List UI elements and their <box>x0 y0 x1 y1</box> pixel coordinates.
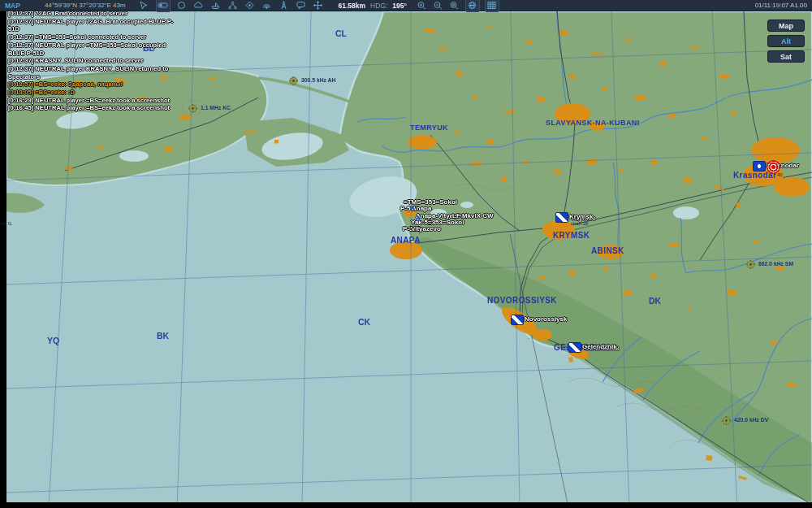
signal-icon[interactable] <box>261 1 273 11</box>
heading-value: 195° <box>392 2 407 10</box>
chat-message: [0:12:37] =TMS=353=Sokol connected to se… <box>8 33 180 41</box>
airfield-label: Krymsk <box>569 213 593 220</box>
map-layer-button-map[interactable]: Map <box>767 20 805 32</box>
grid-square-label: YQ <box>47 336 59 345</box>
top-toolbar: MAP 44°59'39"N 37°20'32"E 43m 61.58km HD… <box>0 0 812 11</box>
beacon-frequency-label: 420.0 kHz DV <box>734 417 768 423</box>
grid-square-label: CL <box>335 28 347 38</box>
antenna-icon[interactable] <box>279 1 290 11</box>
ruler-distance: 61.58km <box>339 2 366 10</box>
city-label: ANAPA <box>391 236 421 245</box>
zoom-box-icon[interactable] <box>449 1 460 11</box>
mission-clock: 01/11:19:07 A1.00 <box>755 2 807 9</box>
airfield-icon-krasnodar[interactable] <box>753 161 766 172</box>
globe-icon[interactable] <box>465 0 480 12</box>
beacon-frequency-label: 1.1 MHz KC <box>201 105 231 111</box>
zoom-in-icon[interactable] <box>417 1 428 11</box>
weather-icon[interactable] <box>193 1 205 11</box>
city-label: SLAVYANSK-NA-KUBANI <box>546 119 640 127</box>
airfield-icon-krymsk[interactable] <box>555 212 568 223</box>
waypoint-icon[interactable] <box>244 1 256 11</box>
beacon-icon <box>721 415 732 425</box>
edge-cut-label: Hz IL <box>1 221 12 226</box>
airfield-label: Novorossiysk <box>525 315 567 323</box>
map-layer-button-sat[interactable]: Sat <box>767 50 805 63</box>
beacon-frequency-label: 662.0 kHz SM <box>758 261 793 267</box>
city-label: NOVOROSSIYSK <box>487 296 557 305</box>
map-layer-button-alt[interactable]: Alt <box>767 35 805 47</box>
cursor-coordinates: 44°59'39"N 37°20'32"E 43m <box>45 2 126 9</box>
grid-square-label: BK <box>157 331 169 341</box>
city-label: KRYMSK <box>553 231 590 240</box>
bullseye-distance-label: 40 <box>777 172 783 177</box>
airfield-sub-label: chan 28 <box>571 221 588 226</box>
beacon-icon <box>288 75 299 85</box>
chat-message: [0:16:45] NEUTRAL player =BS=eekz took a… <box>8 104 180 112</box>
zoom-out-icon[interactable] <box>433 1 444 11</box>
dcs-f10-map-screen: MAP 44°59'39"N 37°20'32"E 43m 61.58km HD… <box>0 0 812 508</box>
chat-log: [0:12:37] 72AG_Brat connected to server[… <box>8 10 180 112</box>
pan-icon[interactable] <box>313 1 324 11</box>
city-label: TEMRYUK <box>410 124 448 132</box>
chat-message: [0:16:29] NEUTRAL player =BS=eekz took a… <box>8 97 180 105</box>
chat-message: [0:13:05] =BS=eekz: :D <box>8 89 180 97</box>
map-mode-buttons: MapAltSat <box>767 20 805 63</box>
chat-icon[interactable] <box>296 1 307 11</box>
ship-icon[interactable] <box>210 1 222 11</box>
beacon-icon <box>745 258 756 269</box>
airfield-icon-gelendzhik[interactable] <box>568 342 581 353</box>
chat-message: [0:12:37] NEUTRAL player KRASNY_SULIN re… <box>8 65 180 80</box>
map-mode-title: MAP <box>5 2 20 10</box>
circle-icon[interactable] <box>176 1 188 11</box>
chat-message: [0:12:37] NEUTRAL player =TMS=353=Sokol … <box>8 41 180 57</box>
city-label: ABINSK <box>591 246 624 255</box>
cursor-icon[interactable] <box>139 1 150 11</box>
beacon-icon <box>188 102 198 113</box>
heading-label: HDG: <box>370 2 387 10</box>
network-icon[interactable] <box>227 1 239 11</box>
grid-square-label: DK <box>649 296 661 306</box>
zoom-controls <box>417 0 499 12</box>
grid-square-label: CK <box>358 317 370 327</box>
chat-message: [0:12:37] KRASNY_SULIN connected to serv… <box>8 57 180 65</box>
beacon-frequency-label: 300.5 kHz AH <box>301 77 335 83</box>
airfield-icon-novorossiysk[interactable] <box>511 315 524 325</box>
toolbar-icons <box>139 0 324 12</box>
chat-message: [0:12:57] =BS=eekz: Здарова, пацаны! <box>8 80 180 89</box>
ruler-icon[interactable] <box>156 0 171 12</box>
unit-label: Vityazevo <box>411 225 441 232</box>
airfield-label: Gelendzhik <box>582 343 617 350</box>
grid-icon[interactable] <box>485 0 499 12</box>
chat-message: [0:12:37] NEUTRAL player 72AG_Brat occup… <box>8 18 180 33</box>
